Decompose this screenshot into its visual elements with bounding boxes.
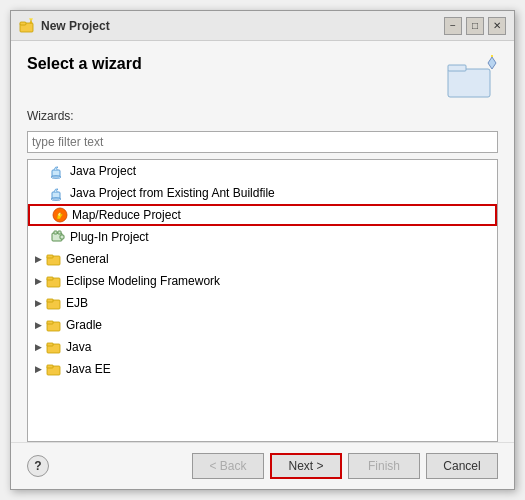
item-label: Plug-In Project [70,230,149,244]
expand-icon[interactable]: ▶ [32,275,44,287]
close-button[interactable]: ✕ [488,17,506,35]
filter-input[interactable] [27,131,498,153]
next-button[interactable]: Next > [270,453,342,479]
svg-rect-20 [47,255,53,258]
svg-rect-1 [20,22,26,25]
maximize-button[interactable]: □ [466,17,484,35]
finish-button[interactable]: Finish [348,453,420,479]
dialog-title: New Project [41,19,110,33]
svg-rect-7 [448,65,466,71]
footer-row: ? < Back Next > Finish Cancel [27,453,498,479]
new-project-dialog: New Project − □ ✕ Select a wizard Wizard… [10,10,515,490]
expand-icon[interactable]: ▶ [32,363,44,375]
folder-icon [46,317,62,333]
svg-rect-6 [448,69,490,97]
dialog-body: Wizards: Java Project [11,109,514,442]
folder-icon [46,339,62,355]
svg-line-5 [32,18,33,20]
plugin-icon [50,229,66,245]
expand-icon[interactable]: ▶ [32,319,44,331]
cancel-button[interactable]: Cancel [426,453,498,479]
footer-buttons: < Back Next > Finish Cancel [192,453,498,479]
list-item[interactable]: ▶ General [28,248,497,270]
item-label: Eclipse Modeling Framework [66,274,220,288]
list-item[interactable]: ▶ Java [28,336,497,358]
svg-rect-18 [58,231,61,234]
svg-rect-24 [47,299,53,302]
dialog-footer: ? < Back Next > Finish Cancel [11,442,514,489]
expand-icon[interactable]: ▶ [32,341,44,353]
java-ant-icon [50,185,66,201]
list-item[interactable]: Java Project [28,160,497,182]
dialog-icon [19,18,35,34]
svg-rect-28 [47,343,53,346]
list-item[interactable]: ▶ EJB [28,292,497,314]
dialog-header: Select a wizard [11,41,514,109]
folder-icon [46,273,62,289]
wizard-tree[interactable]: Java Project Java Project from Existing … [27,159,498,442]
java-icon [50,163,66,179]
item-label: Java Project from Existing Ant Buildfile [70,186,275,200]
list-item[interactable]: Java Project from Existing Ant Buildfile [28,182,497,204]
title-controls: − □ ✕ [444,17,506,35]
item-label: Java EE [66,362,111,376]
minimize-button[interactable]: − [444,17,462,35]
svg-rect-17 [54,231,57,234]
list-item[interactable]: ▶ Gradle [28,314,497,336]
wizard-icon [446,55,498,99]
back-button[interactable]: < Back [192,453,264,479]
svg-marker-8 [488,57,496,69]
help-button[interactable]: ? [27,455,49,477]
item-label: Gradle [66,318,102,332]
svg-rect-16 [60,235,64,239]
folder-icon [46,251,62,267]
title-bar: New Project − □ ✕ [11,11,514,41]
header-title: Select a wizard [27,55,142,73]
svg-rect-30 [47,365,53,368]
item-label: General [66,252,109,266]
item-label: Java Project [70,164,136,178]
expand-icon[interactable]: ▶ [32,253,44,265]
folder-icon [46,295,62,311]
item-label: EJB [66,296,88,310]
list-item[interactable]: ▶ Eclipse Modeling Framework [28,270,497,292]
item-label: Java [66,340,91,354]
svg-line-4 [30,18,31,20]
svg-marker-2 [30,20,32,23]
item-label: Map/Reduce Project [72,208,181,222]
expand-icon[interactable]: ▶ [32,297,44,309]
wizards-label: Wizards: [27,109,498,123]
svg-rect-26 [47,321,53,324]
folder-icon [46,361,62,377]
title-bar-left: New Project [19,18,110,34]
svg-rect-22 [47,277,53,280]
list-item[interactable]: ▶ Java EE [28,358,497,380]
list-item-mapreduce[interactable]: Map/Reduce Project [28,204,497,226]
footer-left: ? [27,455,49,477]
list-item[interactable]: Plug-In Project [28,226,497,248]
mapreduce-icon [52,207,68,223]
